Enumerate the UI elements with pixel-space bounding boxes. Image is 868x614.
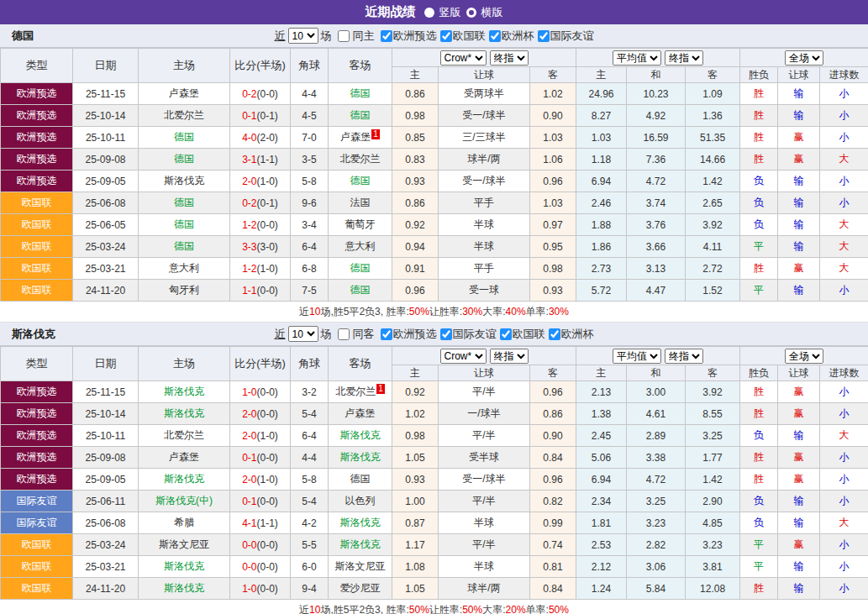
col-handicap-result: 让球 <box>778 365 820 381</box>
match-score: 1-1(0-0) <box>230 280 291 302</box>
match-row: 欧洲预选 25-10-14 斯洛伐克 2-0(0-0) 5-4 卢森堡 1.02… <box>1 403 868 425</box>
corner-count: 6-4 <box>291 425 329 447</box>
crow-handicap: 半球 <box>439 556 530 578</box>
team-name: 斯洛伐克 <box>12 327 55 342</box>
corner-count: 6-8 <box>291 258 329 280</box>
league-type-badge: 欧洲预选 <box>1 83 73 105</box>
crow-away-odds: 0.90 <box>530 105 576 127</box>
col-crow-home: 主 <box>392 67 439 83</box>
corner-count: 5-8 <box>291 171 329 192</box>
wdl-result: 胜 <box>740 258 778 280</box>
league-filter: 国际友谊 <box>534 29 594 44</box>
crow-handicap: 平/半 <box>439 534 530 556</box>
same-venue-checkbox[interactable] <box>338 328 350 340</box>
away-team: 德国 <box>329 83 392 105</box>
home-team: 北爱尔兰 <box>139 425 230 447</box>
germany-table: 类型 日期 主场 比分(半场) 角球 客场 Crow*终指 平均值终指 全场 主… <box>0 48 868 302</box>
match-count-select[interactable]: 10 <box>288 28 318 44</box>
bookmaker-select[interactable]: Crow* <box>440 50 487 66</box>
halftime-score: (0-0) <box>257 219 278 231</box>
fulltime-score: 1-0 <box>242 583 256 595</box>
bookmaker-select[interactable]: Crow* <box>440 349 487 364</box>
final-odds-select-2[interactable]: 终指 <box>665 349 703 364</box>
league-checkbox[interactable] <box>500 328 512 340</box>
fulltime-score: 0-2 <box>242 197 256 209</box>
league-checkbox[interactable] <box>538 30 550 42</box>
league-type-badge: 欧洲预选 <box>1 447 73 469</box>
home-team-name: 斯洛伐克 <box>164 582 204 594</box>
match-date: 25-06-05 <box>73 214 139 236</box>
away-team-name: 北爱尔兰 <box>335 386 376 397</box>
away-team: 斯洛伐克 <box>329 447 392 469</box>
col-avg-away: 客 <box>686 365 740 381</box>
corner-count: 5-4 <box>291 491 329 512</box>
corner-count: 7-0 <box>291 127 329 149</box>
summary-segment: 让胜率: <box>429 305 462 319</box>
league-label: 欧洲预选 <box>393 29 437 44</box>
average-select[interactable]: 平均值 <box>613 50 661 66</box>
away-team: 卢森堡1 <box>329 127 392 149</box>
slovakia-filter: 近 10 场 同客 欧洲预选国际友谊欧国联欧洲杯 <box>275 326 594 342</box>
handicap-result: 输 <box>778 280 820 302</box>
halftime-score: (3-0) <box>257 241 278 253</box>
avg-home-odds: 2.12 <box>576 556 627 578</box>
scope-select[interactable]: 全场 <box>785 349 823 364</box>
away-team-name: 北爱尔兰 <box>340 153 381 165</box>
league-checkbox[interactable] <box>440 328 452 340</box>
halftime-score: (2-0) <box>257 132 278 144</box>
home-team-name: 卢森堡 <box>169 87 199 99</box>
match-row: 欧洲预选 25-09-08 德国 3-1(1-1) 3-5 北爱尔兰 0.83 … <box>1 149 868 171</box>
wdl-result: 负 <box>740 171 778 192</box>
wdl-result: 胜 <box>740 447 778 469</box>
same-venue-checkbox[interactable] <box>338 30 350 42</box>
away-team-name: 以色列 <box>345 495 376 506</box>
scope-select[interactable]: 全场 <box>785 50 823 66</box>
fulltime-score: 3-3 <box>242 241 256 253</box>
home-team: 德国 <box>139 236 230 258</box>
final-odds-select[interactable]: 终指 <box>490 349 529 364</box>
league-checkbox[interactable] <box>489 30 501 42</box>
match-date: 25-10-11 <box>73 127 139 149</box>
avg-away-odds: 1.36 <box>686 105 740 127</box>
league-checkbox[interactable] <box>381 30 392 42</box>
handicap-result: 赢 <box>778 127 820 149</box>
home-team-name: 德国 <box>174 197 194 208</box>
match-row: 欧国联 25-03-24 德国 3-3(3-0) 6-4 意大利 0.94 半球… <box>1 236 868 258</box>
horizontal-radio[interactable] <box>466 8 476 18</box>
avg-draw-odds: 4.92 <box>627 105 686 127</box>
avg-draw-odds: 3.74 <box>627 192 686 214</box>
handicap-result: 输 <box>778 512 820 534</box>
wdl-result: 平 <box>740 236 778 258</box>
home-team-name: 斯洛伐克 <box>164 386 204 397</box>
col-home: 主场 <box>139 347 230 381</box>
vertical-radio[interactable] <box>424 8 434 18</box>
goals-result: 小 <box>820 578 868 600</box>
col-date: 日期 <box>73 347 139 381</box>
final-odds-select[interactable]: 终指 <box>490 50 529 66</box>
match-count-select[interactable]: 10 <box>288 326 318 342</box>
col-avg-draw: 和 <box>627 67 686 83</box>
corner-count: 9-4 <box>291 578 329 600</box>
league-checkbox[interactable] <box>549 328 560 340</box>
crow-away-odds: 0.84 <box>530 578 576 600</box>
avg-draw-odds: 16.59 <box>627 127 686 149</box>
germany-summary: 近10场,胜5平2负3, 胜率:50% 让胜率:30% 大率:40% 单率:30… <box>0 302 868 323</box>
match-date: 25-10-14 <box>73 403 139 425</box>
away-team-name: 德国 <box>350 284 371 296</box>
league-checkbox[interactable] <box>440 30 452 42</box>
home-team-name: 德国 <box>174 240 194 252</box>
league-checkbox[interactable] <box>381 328 392 340</box>
col-crow-away: 客 <box>530 67 576 83</box>
league-label: 欧国联 <box>513 327 545 342</box>
average-select[interactable]: 平均值 <box>613 349 661 364</box>
league-filter: 欧国联 <box>437 29 486 44</box>
match-score: 1-2(1-0) <box>230 258 291 280</box>
match-score: 1-0(0-0) <box>230 578 291 600</box>
halftime-score: (1-1) <box>257 517 278 529</box>
fulltime-score: 1-2 <box>242 263 256 275</box>
final-odds-select-2[interactable]: 终指 <box>665 50 703 66</box>
match-row: 欧洲预选 25-09-05 斯洛伐克 2-0(1-0) 5-8 德国 0.93 … <box>1 171 868 192</box>
germany-filter: 近 10 场 同主 欧洲预选欧国联欧洲杯国际友谊 <box>275 28 594 44</box>
crow-handicap: 半球 <box>439 236 530 258</box>
col-away: 客场 <box>329 49 392 83</box>
